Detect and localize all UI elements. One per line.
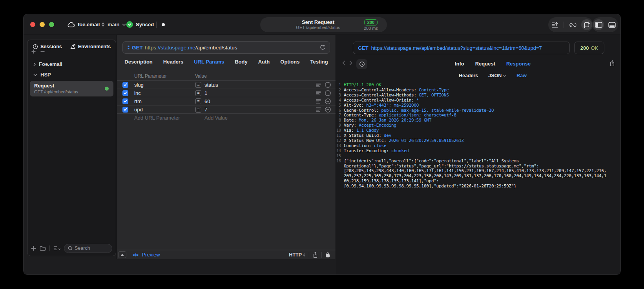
reorder-lines-icon[interactable] xyxy=(316,91,321,95)
remove-param-icon[interactable] xyxy=(325,82,331,88)
param-enabled-checkbox[interactable] xyxy=(122,98,128,104)
url-params-table: URL Parameter Value slug = status xyxy=(117,73,336,122)
sync-status[interactable]: Synced xyxy=(126,14,154,35)
param-value-field[interactable]: 1 xyxy=(204,90,316,96)
response-status-code: 200 xyxy=(580,45,589,51)
request-url-bar[interactable]: GET https://statuspage.me/api/embed/stat… xyxy=(122,41,330,54)
next-response-icon[interactable] xyxy=(349,60,352,65)
request-list-icon[interactable] xyxy=(549,19,560,30)
request-tab-body[interactable]: Body xyxy=(235,59,248,65)
equals-operator-icon[interactable]: = xyxy=(195,98,201,104)
remove-param-icon[interactable] xyxy=(325,98,331,104)
tab-sessions[interactable]: Sessions xyxy=(33,44,62,49)
url-path: /api/embed/status xyxy=(195,45,237,51)
request-tree: Foe.email HSP Request GET /api/embed/sta… xyxy=(27,59,116,96)
param-name-field[interactable]: slug xyxy=(134,82,195,88)
reorder-lines-icon[interactable] xyxy=(316,107,321,112)
chevron-down-icon xyxy=(33,74,37,76)
app-window: foe.email main Synced Sent Request GET /… xyxy=(23,14,621,275)
tab-environments-label: Environments xyxy=(78,44,111,49)
toggle-bottom-panel-icon[interactable] xyxy=(606,19,617,30)
protocol-selector[interactable]: HTTP xyxy=(289,252,305,258)
request-tab-testing[interactable]: Testing xyxy=(310,59,328,65)
sort-list-icon[interactable] xyxy=(53,246,60,251)
footer-divider xyxy=(309,252,309,258)
add-param-placeholder[interactable]: Add URL Parameter xyxy=(134,115,195,121)
search-input[interactable] xyxy=(75,245,108,251)
sidebar-search[interactable] xyxy=(64,244,112,253)
preview-button[interactable]: Preview xyxy=(142,252,160,258)
request-panel-footer: </> Preview HTTP xyxy=(117,250,336,259)
col-url-parameter: URL Parameter xyxy=(117,73,195,80)
flow-loop-icon[interactable] xyxy=(567,19,578,30)
minimize-window-button[interactable] xyxy=(40,22,45,27)
expand-panel-icon[interactable] xyxy=(118,251,126,258)
sent-request-pill[interactable]: Sent Request GET /api/embed/status 200 2… xyxy=(260,17,387,32)
reorder-lines-icon[interactable] xyxy=(316,99,321,104)
equals-operator-icon[interactable]: = xyxy=(195,90,201,96)
remove-param-icon[interactable] xyxy=(325,90,331,96)
tree-group-hsp[interactable]: HSP xyxy=(27,69,116,80)
response-tab-request[interactable]: Request xyxy=(475,61,495,67)
request-response-swap-icon[interactable] xyxy=(581,19,592,30)
response-tab-response[interactable]: Response xyxy=(506,61,531,67)
sidebar-item-request[interactable]: Request GET /api/embed/status xyxy=(30,81,113,96)
tree-group-label: HSP xyxy=(40,72,51,78)
new-folder-icon[interactable] xyxy=(40,246,46,251)
param-enabled-checkbox[interactable] xyxy=(122,90,128,96)
response-subtab-headers[interactable]: Headers xyxy=(459,73,478,78)
param-name-field[interactable]: upd xyxy=(134,107,195,113)
response-status: 200 OK xyxy=(574,42,604,54)
request-tab-options[interactable]: Options xyxy=(280,59,299,65)
tree-group-label: Foe.email xyxy=(39,61,62,67)
equals-operator-icon[interactable]: = xyxy=(195,107,201,113)
project-switcher[interactable]: foe.email xyxy=(68,14,100,35)
tab-environments[interactable]: Environments xyxy=(70,44,111,49)
request-tab-url-params[interactable]: URL Params xyxy=(194,59,224,65)
param-enabled-checkbox[interactable] xyxy=(122,82,128,88)
remove-session-icon[interactable] xyxy=(40,49,45,54)
reorder-lines-icon[interactable] xyxy=(316,83,321,87)
chevron-down-icon xyxy=(122,24,126,26)
param-value-field[interactable]: 60 xyxy=(204,98,316,104)
close-window-button[interactable] xyxy=(30,22,35,27)
param-add-row[interactable]: Add URL Parameter Add Value xyxy=(117,114,336,122)
share-icon[interactable] xyxy=(313,252,318,258)
response-tab-info[interactable]: Info xyxy=(455,61,464,67)
response-tabs: InfoRequestResponse xyxy=(364,61,621,67)
lock-icon[interactable] xyxy=(325,252,330,258)
export-response-icon[interactable] xyxy=(609,60,615,67)
toggle-sidebar-icon[interactable] xyxy=(593,19,604,30)
method-dropdown-icon[interactable] xyxy=(127,45,130,50)
param-name-field[interactable]: rtm xyxy=(134,98,195,104)
add-value-placeholder[interactable]: Add Value xyxy=(204,115,228,121)
request-tab-headers[interactable]: Headers xyxy=(163,59,183,65)
param-value-field[interactable]: status xyxy=(204,82,316,88)
request-method[interactable]: GET xyxy=(132,45,143,51)
resend-request-icon[interactable] xyxy=(319,44,325,51)
add-session-icon[interactable] xyxy=(31,49,36,54)
maximize-window-button[interactable] xyxy=(49,22,54,27)
request-tab-description[interactable]: Description xyxy=(124,59,153,65)
branch-switcher[interactable]: main xyxy=(101,14,126,35)
toolbar-divider xyxy=(564,22,564,28)
request-tab-auth[interactable]: Auth xyxy=(258,59,270,65)
response-raw-body[interactable]: 1HTTP/1.1 200 OK2Access-Control-Allow-He… xyxy=(336,83,619,274)
param-name-field[interactable]: inc xyxy=(134,90,195,96)
request-panel: GET https://statuspage.me/api/embed/stat… xyxy=(117,35,336,259)
tree-group-foe-email[interactable]: Foe.email xyxy=(27,59,116,69)
sidebar-panel: Sessions Environments xyxy=(27,40,116,256)
url-scheme: https xyxy=(145,45,156,51)
response-request-line[interactable]: GET https://statuspage.me/api/embed/stat… xyxy=(353,42,570,54)
prev-response-icon[interactable] xyxy=(342,60,345,65)
remove-param-icon[interactable] xyxy=(325,107,331,113)
param-value-field[interactable]: 7 xyxy=(204,107,316,113)
add-request-icon[interactable] xyxy=(31,246,36,251)
param-row: slug = status xyxy=(117,81,336,89)
response-subtab-json[interactable]: JSON xyxy=(488,73,506,78)
request-tabs: DescriptionHeadersURL ParamsBodyAuthOpti… xyxy=(117,59,336,65)
param-enabled-checkbox[interactable] xyxy=(122,107,128,113)
response-subtab-raw[interactable]: Raw xyxy=(516,73,527,78)
equals-operator-icon[interactable]: = xyxy=(195,82,201,88)
response-line: 14Transfer-Encoding: chunked xyxy=(336,149,619,154)
